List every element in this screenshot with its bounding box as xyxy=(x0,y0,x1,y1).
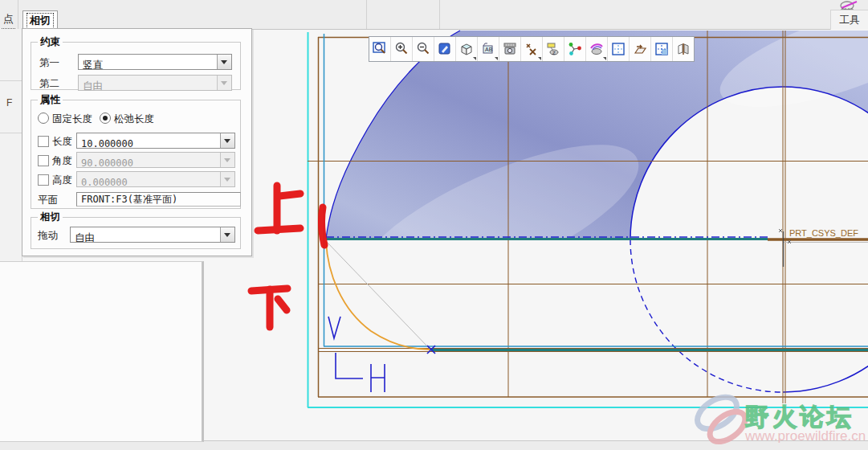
datum-plane-display-button[interactable] xyxy=(586,37,608,61)
dropdown-arrow-icon[interactable] xyxy=(217,55,231,69)
caret-icon xyxy=(603,57,606,60)
fixed-length-label: 固定长度 xyxy=(52,110,92,128)
constraint-first-select[interactable]: 竖直 xyxy=(78,54,232,70)
plane-field[interactable]: FRONT:F3(基准平面) xyxy=(76,192,241,207)
length-label: 长度 xyxy=(52,133,72,150)
annotation-up-stroke xyxy=(279,194,300,196)
datum-plane-icon xyxy=(589,41,605,57)
watermark-site-name: 野火论坛 xyxy=(744,403,854,430)
tangent-dialog: 约束 第一 竖直 第二 自由 属性 固定长度 xyxy=(22,28,252,256)
annotation-display-button[interactable]: AB xyxy=(478,37,499,61)
constraint-second-select[interactable]: 自由 xyxy=(78,75,232,91)
repaint-icon xyxy=(437,41,453,57)
tangent-group: 相切 拖动 自由 xyxy=(31,211,241,249)
fixed-length-radio[interactable] xyxy=(38,112,49,124)
annotation-display-icon: AB xyxy=(480,41,496,57)
plane-label: 平面 xyxy=(38,191,58,209)
clipping-display-icon xyxy=(654,41,670,57)
drag-select[interactable]: 自由 xyxy=(70,227,235,243)
height-row: 高度 0.000000 xyxy=(38,171,235,189)
tangent-legend: 相切 xyxy=(38,211,63,224)
axis-h-glyph xyxy=(371,364,385,392)
dropdown-arrow-icon[interactable] xyxy=(220,133,234,148)
watermark: 野火论坛 www.proewildfire.cn xyxy=(692,391,866,448)
hole-circle-hidden-arc[interactable] xyxy=(630,239,783,392)
axis-l-bracket xyxy=(336,353,363,378)
datum-display-filters-button[interactable] xyxy=(521,37,543,61)
camera-icon xyxy=(502,41,518,57)
annotation-down-stroke xyxy=(278,299,287,310)
datum-tag-icon: Z xyxy=(545,41,561,57)
sketch-orientation-button[interactable] xyxy=(630,37,651,61)
relaxed-length-label: 松弛长度 xyxy=(114,110,154,128)
csys-label[interactable]: PRT_CSYS_DEF xyxy=(789,228,858,238)
svg-text:Z: Z xyxy=(552,51,556,55)
caret-icon xyxy=(495,57,498,60)
angle-row: 角度 90.000000 xyxy=(38,152,235,170)
csys-display-icon xyxy=(567,41,583,57)
drag-row: 拖动 自由 xyxy=(38,227,235,244)
height-combobox[interactable]: 0.000000 xyxy=(76,171,235,187)
relaxed-length-radio[interactable] xyxy=(100,112,111,124)
zoom-window-button[interactable] xyxy=(369,37,391,61)
display-style-cube-icon xyxy=(458,41,475,57)
angle-checkbox[interactable] xyxy=(38,155,49,166)
sketch-orientation-icon xyxy=(632,41,648,57)
csys-display-button[interactable] xyxy=(564,37,586,61)
mirror-view-icon xyxy=(675,41,691,57)
saved-view-list-button[interactable] xyxy=(499,37,521,61)
length-row: 长度 10.000000 xyxy=(38,133,235,150)
constraint-second-label: 第二 xyxy=(39,75,59,92)
drag-label: 拖动 xyxy=(38,227,58,244)
mirror-view-button[interactable] xyxy=(673,37,694,61)
zoom-out-icon xyxy=(415,41,431,57)
constraint-first-label: 第一 xyxy=(39,54,59,72)
annotation-up-stroke xyxy=(258,228,300,231)
length-mode-row: 固定长度 松弛长度 xyxy=(38,110,235,128)
annotation-pointer-stroke xyxy=(322,207,324,245)
plane-row: 平面 FRONT:F3(基准平面) xyxy=(38,191,235,209)
view-toolbar: AB Z xyxy=(369,36,695,62)
dropdown-arrow-icon[interactable] xyxy=(220,153,234,167)
datum-tag-display-button[interactable]: Z xyxy=(543,37,564,61)
zoom-out-button[interactable] xyxy=(413,37,434,61)
length-combobox[interactable]: 10.000000 xyxy=(76,133,235,149)
properties-group: 属性 固定长度 松弛长度 长度 10.000000 角度 90.000000 xyxy=(31,93,241,209)
length-checkbox[interactable] xyxy=(38,136,49,147)
caret-icon xyxy=(538,57,541,60)
dropdown-arrow-icon[interactable] xyxy=(217,76,231,90)
angle-combobox[interactable]: 90.000000 xyxy=(76,152,235,168)
repaint-button[interactable] xyxy=(434,37,456,61)
properties-legend: 属性 xyxy=(38,93,63,107)
plane-crosshair-icon xyxy=(610,41,626,57)
clipping-display-button[interactable] xyxy=(651,37,673,61)
display-style-button[interactable] xyxy=(456,37,478,61)
constraint-row: 第二 自由 xyxy=(39,75,232,92)
plane-display-button[interactable] xyxy=(608,37,630,61)
zoom-in-button[interactable] xyxy=(391,37,413,61)
caret-icon xyxy=(473,57,476,60)
height-label: 高度 xyxy=(52,171,72,189)
csys-mark-top xyxy=(779,229,782,232)
dropdown-arrow-icon[interactable] xyxy=(220,172,234,186)
watermark-site-url: www.proewildfire.cn xyxy=(744,428,866,444)
proe-window: PRT_CSYS_DEF V H 上 下 野火论坛 www.proewildfi xyxy=(0,0,868,450)
axis-v-glyph xyxy=(328,317,340,338)
datum-filters-icon xyxy=(524,41,540,57)
height-checkbox[interactable] xyxy=(38,174,49,186)
zoom-in-icon xyxy=(393,41,410,57)
angle-label: 角度 xyxy=(52,152,72,170)
constraint-row: 第一 竖直 xyxy=(39,54,232,72)
constraints-group: 约束 第一 竖直 第二 自由 xyxy=(31,35,241,90)
watermark-logo-ring-pink xyxy=(705,406,751,448)
dropdown-arrow-icon[interactable] xyxy=(220,227,234,242)
constraints-legend: 约束 xyxy=(38,35,63,49)
svg-text:AB: AB xyxy=(485,47,493,52)
zoom-window-icon xyxy=(372,41,388,57)
spline-control-chord[interactable] xyxy=(326,241,430,350)
